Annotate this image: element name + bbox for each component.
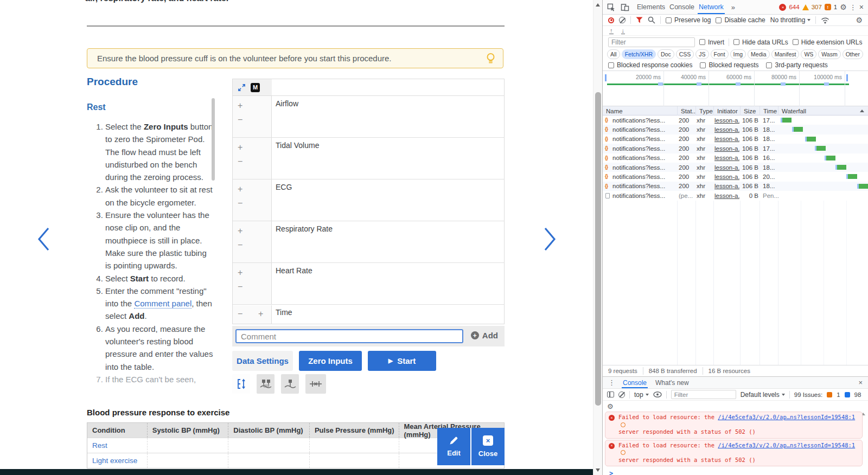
time-zoom-in-button[interactable]: + (258, 310, 263, 318)
filter-funnel-icon[interactable] (636, 17, 643, 23)
request-initiator-link[interactable]: lesson-a... (714, 153, 739, 163)
type-filter-ws[interactable]: WS (801, 49, 816, 59)
bp-value-cell[interactable] (228, 438, 309, 453)
console-error-message[interactable]: ×Failed to load resource: the /i/4e5cefa… (605, 412, 863, 439)
type-filter-media[interactable]: Media (748, 49, 770, 59)
channel-zoom-in-button[interactable]: + (238, 227, 242, 235)
channel-zoom-out-button[interactable]: − (238, 199, 242, 208)
filter-checkbox-hide-extension-urls[interactable]: Hide extension URLs (793, 38, 863, 46)
error-source-link[interactable]: /i/4e5cefa3/v/2.0/ap…ns?lessonId=19548:1 (718, 442, 855, 448)
log-levels-dropdown[interactable]: Default levels (741, 391, 785, 399)
export-har-icon[interactable]: ↓ (621, 28, 626, 34)
network-request-row[interactable]: {}notifications?less...200xhrlesson-a...… (603, 163, 868, 172)
scrollbar-thumb[interactable] (595, 92, 601, 406)
scroll-up-arrow[interactable] (596, 3, 600, 7)
scroll-down-arrow[interactable] (596, 468, 600, 472)
checkbox-icon[interactable] (716, 17, 722, 23)
blocked-checkbox-blocked-response-cookies[interactable]: Blocked response cookies (608, 61, 692, 69)
checkbox-icon[interactable] (766, 62, 772, 68)
drawer-tab-console[interactable]: Console (622, 377, 648, 388)
grid-header-type[interactable]: Type (695, 106, 713, 115)
network-request-row[interactable]: notifications?less...(pe...xhrlesson-a..… (603, 191, 868, 200)
channel-zoom-out-button[interactable]: − (238, 283, 242, 291)
add-comment-button[interactable]: + Add (471, 331, 498, 340)
settings-gear-icon[interactable]: ⚙ (840, 3, 847, 11)
checkbox-icon[interactable] (699, 39, 705, 45)
clear-network-log-button[interactable] (619, 17, 626, 23)
network-request-row[interactable]: {}notifications?less...200xhrlesson-a...… (603, 115, 868, 125)
dual-marker-button[interactable] (257, 374, 275, 394)
bp-value-cell[interactable] (309, 438, 399, 453)
tab-console[interactable]: Console (667, 0, 697, 14)
grid-header-initiator[interactable]: Initiator (713, 106, 740, 115)
filter-checkbox-invert[interactable]: Invert (699, 38, 724, 46)
request-initiator-link[interactable]: lesson-a... (714, 134, 739, 144)
bp-condition-link[interactable]: Rest (87, 438, 147, 453)
channel-zoom-in-button[interactable]: + (238, 268, 242, 277)
overview-right-handle[interactable] (846, 74, 848, 81)
grid-header-waterfall[interactable]: Waterfall (778, 106, 866, 115)
tab-network[interactable]: Network (697, 0, 726, 14)
drawer-kebab-menu-icon[interactable]: ⋮ (608, 378, 615, 387)
checkbox-icon[interactable] (608, 62, 614, 68)
preserve-log-checkbox[interactable]: Preserve log (666, 16, 711, 24)
network-conditions-icon[interactable] (821, 17, 829, 24)
network-overview-timeline[interactable]: 20000 ms40000 ms60000 ms80000 ms100000 m… (603, 71, 868, 106)
kebab-menu-icon[interactable]: ⋮ (850, 3, 857, 11)
issue-ring-icon[interactable] (621, 450, 626, 455)
console-sidebar-icon[interactable] (607, 391, 614, 397)
issues-label[interactable]: 99 Issues: (794, 391, 822, 398)
type-filter-doc[interactable]: Doc (658, 49, 674, 59)
drawer-close-icon[interactable]: × (858, 378, 863, 387)
channel-zoom-in-button[interactable]: + (238, 101, 242, 110)
warning-badge-icon[interactable] (802, 4, 809, 10)
network-request-row[interactable]: {}notifications?less...200xhrlesson-a...… (603, 125, 868, 134)
error-source-link[interactable]: /i/4e5cefa3/v/2.0/ap…ns?lessonId=19548:1 (718, 414, 855, 420)
request-initiator-link[interactable]: lesson-a... (714, 191, 739, 200)
checkbox-icon[interactable] (700, 62, 706, 68)
network-request-row[interactable]: {}notifications?less...200xhrlesson-a...… (603, 172, 868, 181)
checkbox-icon[interactable] (733, 39, 739, 45)
type-filter-all[interactable]: All (607, 49, 620, 59)
page-scrollbar[interactable] (593, 0, 602, 475)
type-filter-fetch-xhr[interactable]: Fetch/XHR (622, 49, 656, 59)
procedure-scrollbar[interactable] (212, 98, 215, 181)
network-filter-input[interactable] (608, 37, 695, 47)
close-button[interactable]: × Close (471, 428, 505, 465)
network-request-row[interactable]: {}notifications?less...200xhrlesson-a...… (603, 144, 868, 153)
type-filter-manifest[interactable]: Manifest (771, 49, 800, 59)
start-button[interactable]: ▶ Start (368, 351, 436, 371)
device-toolbar-icon[interactable] (621, 3, 629, 11)
autoscale-button[interactable] (232, 374, 250, 394)
next-page-button[interactable] (540, 224, 560, 254)
drawer-tab-what-s-new[interactable]: What's new (654, 377, 690, 388)
checkbox-icon[interactable] (793, 39, 799, 45)
single-marker-button[interactable] (281, 374, 299, 394)
error-badge-icon[interactable]: × (779, 4, 786, 11)
console-prompt[interactable]: > (603, 467, 868, 475)
edit-button[interactable]: Edit (437, 428, 470, 465)
search-icon[interactable] (648, 16, 655, 24)
type-filter-img[interactable]: Img (730, 49, 746, 59)
request-initiator-link[interactable]: lesson-a... (714, 182, 739, 191)
checkbox-icon[interactable] (666, 17, 672, 23)
more-tabs-button[interactable]: » (731, 3, 735, 11)
live-expression-eye-icon[interactable] (653, 391, 662, 397)
comment-input[interactable] (235, 329, 463, 343)
context-selector-dropdown[interactable]: top (634, 391, 649, 399)
expand-icon[interactable] (238, 84, 246, 92)
type-filter-other[interactable]: Other (843, 49, 863, 59)
channel-zoom-out-button[interactable]: − (238, 157, 242, 166)
console-error-message[interactable]: ×Failed to load resource: the /i/4e5cefa… (605, 440, 863, 467)
bp-value-cell[interactable] (228, 453, 309, 468)
overview-left-handle[interactable] (605, 74, 607, 81)
channel-zoom-in-button[interactable]: + (238, 143, 242, 152)
marker-badge[interactable]: M (251, 83, 260, 92)
devtools-close-icon[interactable]: × (859, 3, 864, 11)
request-initiator-link[interactable]: lesson-a... (714, 144, 739, 153)
channel-zoom-in-button[interactable]: + (238, 185, 242, 194)
clear-console-button[interactable] (618, 391, 625, 398)
remove-marker-button[interactable] (305, 374, 326, 394)
console-settings-gear-icon[interactable]: ⚙ (607, 402, 614, 410)
request-initiator-link[interactable]: lesson-a... (714, 115, 739, 125)
